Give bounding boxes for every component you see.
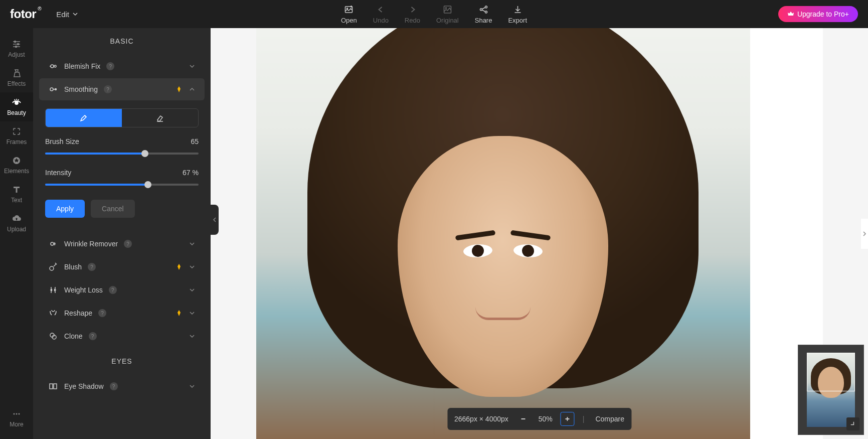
smoothing-label: Smoothing [64, 85, 98, 93]
upload-icon [12, 214, 22, 224]
help-icon[interactable]: ? [104, 85, 112, 93]
minimap-collapse-button[interactable] [846, 417, 859, 430]
original-button[interactable]: Original [436, 5, 459, 24]
canvas-dimensions: 2666px × 4000px [454, 415, 508, 423]
svg-point-16 [54, 65, 56, 67]
wrinkle-label: Wrinkle Remover [64, 240, 118, 248]
help-icon[interactable]: ? [124, 240, 132, 248]
zoom-in-button[interactable] [561, 412, 575, 426]
svg-point-13 [16, 413, 18, 415]
tool-smoothing[interactable]: Smoothing ? [39, 78, 205, 100]
cancel-button[interactable]: Cancel [91, 200, 135, 218]
canvas-area[interactable]: 2666px × 4000px 50% | Compare [211, 28, 868, 439]
undo-button[interactable]: Undo [373, 5, 389, 24]
open-icon [344, 5, 354, 15]
svg-point-7 [15, 41, 16, 43]
brush-add-mode[interactable] [46, 109, 122, 127]
nav-effects[interactable]: Effects [0, 63, 33, 92]
svg-point-17 [50, 88, 53, 91]
intensity-track[interactable] [45, 184, 199, 186]
blush-icon [48, 262, 58, 272]
help-icon[interactable]: ? [110, 382, 118, 390]
right-expand-handle[interactable] [861, 219, 868, 249]
export-button[interactable]: Export [508, 5, 527, 24]
svg-point-10 [15, 101, 18, 104]
nav-adjust[interactable]: Adjust [0, 34, 33, 63]
blemish-icon [48, 61, 58, 71]
elements-icon [12, 156, 22, 166]
effects-icon [12, 68, 22, 78]
premium-icon [176, 86, 183, 93]
nav-more[interactable]: More [0, 404, 33, 433]
eraser-icon [155, 113, 164, 122]
help-icon[interactable]: ? [88, 263, 96, 271]
brush-erase-mode[interactable] [122, 109, 198, 127]
reshape-label: Reshape [64, 309, 92, 317]
edit-menu-label: Edit [56, 10, 69, 19]
open-button[interactable]: Open [341, 5, 357, 24]
svg-point-8 [18, 44, 19, 45]
nav-text[interactable]: Text [0, 180, 33, 209]
edit-menu[interactable]: Edit [56, 10, 78, 19]
tool-reshape[interactable]: Reshape ? [39, 302, 205, 324]
intensity-label: Intensity [45, 169, 71, 177]
beauty-panel: BASIC Blemish Fix ? Smoothing ? [33, 28, 211, 439]
apply-button[interactable]: Apply [45, 200, 85, 218]
compare-button[interactable]: Compare [595, 415, 624, 423]
upgrade-button[interactable]: Upgrade to Pro+ [778, 6, 858, 22]
svg-rect-23 [50, 384, 53, 389]
nav-rail: Adjust Effects Beauty Frames Elements Te… [0, 28, 33, 439]
svg-rect-24 [54, 384, 57, 389]
help-icon[interactable]: ? [89, 332, 97, 340]
chevron-down-icon [189, 263, 196, 270]
zoom-out-button[interactable] [516, 412, 531, 426]
help-icon[interactable]: ? [106, 62, 114, 70]
tool-clone[interactable]: Clone ? [39, 325, 205, 347]
export-icon [512, 5, 523, 15]
nav-upload[interactable]: Upload [0, 209, 33, 238]
nav-elements[interactable]: Elements [0, 151, 33, 180]
reshape-icon [48, 308, 58, 318]
svg-point-12 [14, 413, 15, 415]
nav-beauty[interactable]: Beauty [0, 92, 33, 121]
smoothing-controls: Brush Size 65 Intensity 67 % [33, 101, 211, 226]
more-icon [12, 409, 22, 419]
nav-beauty-label: Beauty [7, 109, 26, 116]
help-icon[interactable]: ? [109, 286, 117, 294]
share-label: Share [475, 17, 492, 24]
panel-collapse-handle[interactable] [211, 205, 219, 235]
svg-point-14 [19, 413, 20, 415]
redo-label: Redo [405, 17, 420, 24]
tool-blemish-fix[interactable]: Blemish Fix ? [39, 55, 205, 77]
chevron-down-icon [189, 63, 196, 70]
brush-icon [79, 113, 88, 122]
original-label: Original [436, 17, 459, 24]
clone-label: Clone [64, 332, 83, 340]
help-icon[interactable]: ? [98, 309, 106, 317]
weight-loss-label: Weight Loss [64, 286, 103, 294]
intensity-thumb[interactable] [144, 181, 151, 188]
svg-point-18 [55, 89, 57, 90]
brush-size-track[interactable] [45, 153, 199, 155]
nav-elements-label: Elements [4, 168, 29, 175]
section-basic-title: BASIC [33, 28, 211, 54]
tool-blush[interactable]: Blush ? [39, 256, 205, 278]
canvas-image[interactable] [256, 28, 750, 439]
nav-frames[interactable]: Frames [0, 121, 33, 151]
redo-button[interactable]: Redo [405, 5, 420, 24]
tool-weight-loss[interactable]: Weight Loss ? [39, 279, 205, 301]
minimap-viewport[interactable] [807, 353, 855, 391]
tool-eye-shadow[interactable]: Eye Shadow ? [39, 375, 205, 397]
original-icon [442, 5, 452, 15]
tool-wrinkle-remover[interactable]: Wrinkle Remover ? [39, 233, 205, 255]
svg-point-20 [50, 266, 54, 270]
svg-point-9 [16, 46, 17, 48]
minimap[interactable] [798, 345, 864, 435]
logo-trademark: ® [38, 6, 41, 12]
text-icon [12, 185, 22, 195]
brush-size-thumb[interactable] [141, 150, 148, 157]
zoom-level[interactable]: 50% [539, 415, 553, 423]
undo-icon [376, 5, 386, 15]
svg-point-3 [445, 8, 446, 9]
share-button[interactable]: Share [475, 5, 492, 24]
